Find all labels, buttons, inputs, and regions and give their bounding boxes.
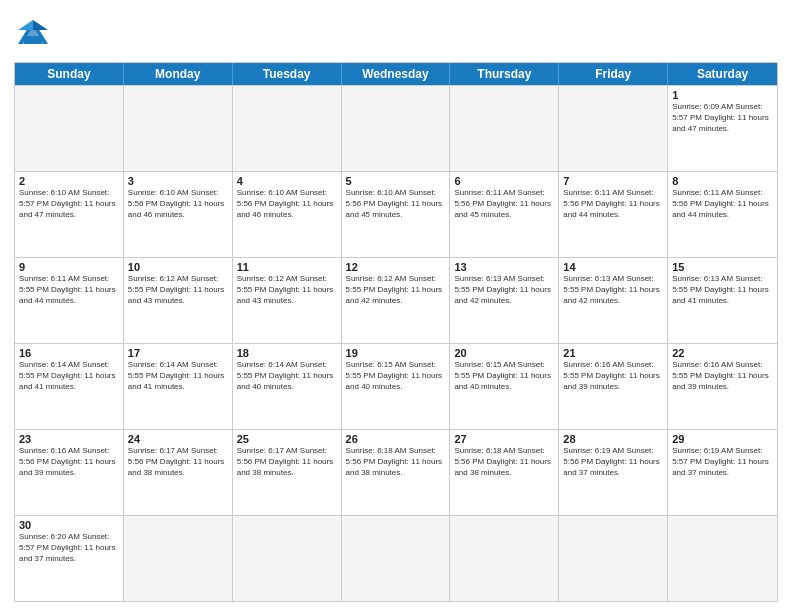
empty-cell [342,86,451,171]
day-number: 30 [19,519,119,531]
day-cell-7: 7Sunrise: 6:11 AM Sunset: 5:56 PM Daylig… [559,172,668,257]
day-content: Sunrise: 6:10 AM Sunset: 5:56 PM Dayligh… [346,188,446,220]
day-cell-24: 24Sunrise: 6:17 AM Sunset: 5:56 PM Dayli… [124,430,233,515]
day-cell-25: 25Sunrise: 6:17 AM Sunset: 5:56 PM Dayli… [233,430,342,515]
day-cell-22: 22Sunrise: 6:16 AM Sunset: 5:55 PM Dayli… [668,344,777,429]
day-content: Sunrise: 6:16 AM Sunset: 5:56 PM Dayligh… [19,446,119,478]
day-number: 26 [346,433,446,445]
day-number: 17 [128,347,228,359]
day-number: 6 [454,175,554,187]
day-cell-30: 30Sunrise: 6:20 AM Sunset: 5:57 PM Dayli… [15,516,124,601]
header-day-sunday: Sunday [15,63,124,85]
logo [14,16,56,54]
day-content: Sunrise: 6:10 AM Sunset: 5:56 PM Dayligh… [128,188,228,220]
day-number: 20 [454,347,554,359]
calendar-body: 1Sunrise: 6:09 AM Sunset: 5:57 PM Daylig… [15,85,777,601]
day-cell-10: 10Sunrise: 6:12 AM Sunset: 5:55 PM Dayli… [124,258,233,343]
svg-rect-2 [24,36,42,44]
day-content: Sunrise: 6:14 AM Sunset: 5:55 PM Dayligh… [237,360,337,392]
day-content: Sunrise: 6:20 AM Sunset: 5:57 PM Dayligh… [19,532,119,564]
day-cell-19: 19Sunrise: 6:15 AM Sunset: 5:55 PM Dayli… [342,344,451,429]
day-cell-4: 4Sunrise: 6:10 AM Sunset: 5:56 PM Daylig… [233,172,342,257]
day-number: 27 [454,433,554,445]
day-number: 19 [346,347,446,359]
day-cell-6: 6Sunrise: 6:11 AM Sunset: 5:56 PM Daylig… [450,172,559,257]
day-number: 10 [128,261,228,273]
day-number: 14 [563,261,663,273]
day-cell-21: 21Sunrise: 6:16 AM Sunset: 5:55 PM Dayli… [559,344,668,429]
svg-marker-4 [33,20,48,30]
svg-marker-3 [18,20,33,30]
header-day-friday: Friday [559,63,668,85]
day-number: 1 [672,89,773,101]
day-cell-14: 14Sunrise: 6:13 AM Sunset: 5:55 PM Dayli… [559,258,668,343]
day-content: Sunrise: 6:14 AM Sunset: 5:55 PM Dayligh… [19,360,119,392]
day-cell-8: 8Sunrise: 6:11 AM Sunset: 5:56 PM Daylig… [668,172,777,257]
day-number: 15 [672,261,773,273]
day-content: Sunrise: 6:16 AM Sunset: 5:55 PM Dayligh… [672,360,773,392]
day-cell-11: 11Sunrise: 6:12 AM Sunset: 5:55 PM Dayli… [233,258,342,343]
day-content: Sunrise: 6:16 AM Sunset: 5:55 PM Dayligh… [563,360,663,392]
day-content: Sunrise: 6:18 AM Sunset: 5:56 PM Dayligh… [454,446,554,478]
day-content: Sunrise: 6:10 AM Sunset: 5:56 PM Dayligh… [237,188,337,220]
header-day-thursday: Thursday [450,63,559,85]
day-cell-20: 20Sunrise: 6:15 AM Sunset: 5:55 PM Dayli… [450,344,559,429]
day-number: 12 [346,261,446,273]
calendar-row-4: 23Sunrise: 6:16 AM Sunset: 5:56 PM Dayli… [15,429,777,515]
day-number: 23 [19,433,119,445]
header [14,12,778,54]
day-cell-27: 27Sunrise: 6:18 AM Sunset: 5:56 PM Dayli… [450,430,559,515]
day-content: Sunrise: 6:19 AM Sunset: 5:56 PM Dayligh… [563,446,663,478]
logo-icon [14,16,52,54]
calendar-row-1: 2Sunrise: 6:10 AM Sunset: 5:57 PM Daylig… [15,171,777,257]
day-cell-5: 5Sunrise: 6:10 AM Sunset: 5:56 PM Daylig… [342,172,451,257]
day-cell-3: 3Sunrise: 6:10 AM Sunset: 5:56 PM Daylig… [124,172,233,257]
empty-cell [124,86,233,171]
day-cell-13: 13Sunrise: 6:13 AM Sunset: 5:55 PM Dayli… [450,258,559,343]
day-content: Sunrise: 6:19 AM Sunset: 5:57 PM Dayligh… [672,446,773,478]
day-content: Sunrise: 6:15 AM Sunset: 5:55 PM Dayligh… [454,360,554,392]
calendar: SundayMondayTuesdayWednesdayThursdayFrid… [14,62,778,602]
day-content: Sunrise: 6:09 AM Sunset: 5:57 PM Dayligh… [672,102,773,134]
day-content: Sunrise: 6:17 AM Sunset: 5:56 PM Dayligh… [237,446,337,478]
calendar-row-2: 9Sunrise: 6:11 AM Sunset: 5:55 PM Daylig… [15,257,777,343]
day-number: 29 [672,433,773,445]
day-number: 9 [19,261,119,273]
empty-cell [124,516,233,601]
day-cell-28: 28Sunrise: 6:19 AM Sunset: 5:56 PM Dayli… [559,430,668,515]
day-cell-29: 29Sunrise: 6:19 AM Sunset: 5:57 PM Dayli… [668,430,777,515]
empty-cell [342,516,451,601]
day-number: 28 [563,433,663,445]
empty-cell [559,516,668,601]
empty-cell [450,86,559,171]
page: SundayMondayTuesdayWednesdayThursdayFrid… [0,0,792,612]
calendar-row-3: 16Sunrise: 6:14 AM Sunset: 5:55 PM Dayli… [15,343,777,429]
day-content: Sunrise: 6:12 AM Sunset: 5:55 PM Dayligh… [237,274,337,306]
day-content: Sunrise: 6:17 AM Sunset: 5:56 PM Dayligh… [128,446,228,478]
day-content: Sunrise: 6:11 AM Sunset: 5:56 PM Dayligh… [563,188,663,220]
day-cell-1: 1Sunrise: 6:09 AM Sunset: 5:57 PM Daylig… [668,86,777,171]
calendar-header: SundayMondayTuesdayWednesdayThursdayFrid… [15,63,777,85]
day-cell-16: 16Sunrise: 6:14 AM Sunset: 5:55 PM Dayli… [15,344,124,429]
empty-cell [233,86,342,171]
calendar-row-5: 30Sunrise: 6:20 AM Sunset: 5:57 PM Dayli… [15,515,777,601]
header-day-tuesday: Tuesday [233,63,342,85]
day-cell-9: 9Sunrise: 6:11 AM Sunset: 5:55 PM Daylig… [15,258,124,343]
day-content: Sunrise: 6:11 AM Sunset: 5:56 PM Dayligh… [672,188,773,220]
day-number: 24 [128,433,228,445]
day-number: 5 [346,175,446,187]
header-day-saturday: Saturday [668,63,777,85]
day-number: 4 [237,175,337,187]
calendar-row-0: 1Sunrise: 6:09 AM Sunset: 5:57 PM Daylig… [15,85,777,171]
day-content: Sunrise: 6:13 AM Sunset: 5:55 PM Dayligh… [672,274,773,306]
day-content: Sunrise: 6:11 AM Sunset: 5:56 PM Dayligh… [454,188,554,220]
day-number: 18 [237,347,337,359]
header-day-monday: Monday [124,63,233,85]
day-content: Sunrise: 6:11 AM Sunset: 5:55 PM Dayligh… [19,274,119,306]
day-number: 13 [454,261,554,273]
empty-cell [559,86,668,171]
day-number: 16 [19,347,119,359]
header-day-wednesday: Wednesday [342,63,451,85]
day-cell-17: 17Sunrise: 6:14 AM Sunset: 5:55 PM Dayli… [124,344,233,429]
day-cell-18: 18Sunrise: 6:14 AM Sunset: 5:55 PM Dayli… [233,344,342,429]
